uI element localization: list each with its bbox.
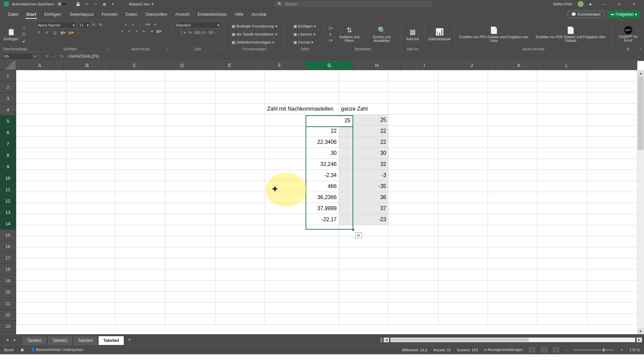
- number-format-dropdown[interactable]: Standard▾: [174, 22, 221, 28]
- cell[interactable]: -23: [339, 214, 388, 225]
- cell[interactable]: [16, 258, 66, 269]
- cell[interactable]: 36,2366: [265, 192, 339, 203]
- cell[interactable]: [165, 303, 215, 314]
- cell[interactable]: [66, 115, 116, 126]
- cell[interactable]: -2,34: [265, 170, 339, 181]
- cell[interactable]: [215, 137, 265, 148]
- cell[interactable]: [116, 203, 165, 214]
- align-center-icon[interactable]: ≡: [127, 28, 132, 34]
- row-header[interactable]: 14: [0, 218, 16, 230]
- cell[interactable]: [215, 258, 265, 269]
- column-header[interactable]: D: [158, 61, 206, 70]
- ribbon-tab-datei[interactable]: Datei: [4, 9, 22, 19]
- row-header[interactable]: 18: [0, 264, 16, 275]
- cell[interactable]: [16, 203, 66, 214]
- cell[interactable]: [488, 181, 537, 192]
- row-header[interactable]: 13: [0, 207, 16, 218]
- scroll-thumb[interactable]: [638, 76, 644, 150]
- cell[interactable]: [215, 303, 265, 314]
- cell[interactable]: 22: [339, 126, 388, 137]
- decrease-decimal-icon[interactable]: .00→: [210, 30, 215, 35]
- cell[interactable]: [16, 159, 66, 170]
- cell[interactable]: 22: [265, 126, 339, 137]
- cell[interactable]: [339, 247, 388, 258]
- cell[interactable]: [537, 181, 587, 192]
- cell[interactable]: [215, 281, 265, 292]
- cell[interactable]: [438, 314, 488, 325]
- minimize-button[interactable]: —: [597, 0, 612, 8]
- cell[interactable]: [116, 214, 165, 225]
- zoom-level[interactable]: 175 %: [630, 348, 640, 352]
- cell[interactable]: [388, 181, 438, 192]
- close-button[interactable]: ✕: [627, 0, 641, 8]
- align-right-icon[interactable]: ≡: [134, 28, 140, 34]
- cell[interactable]: [587, 292, 637, 303]
- cell[interactable]: [537, 203, 587, 214]
- ribbon-tab-acrobat[interactable]: Acrobat: [248, 9, 271, 19]
- cell[interactable]: [388, 214, 438, 225]
- cell[interactable]: [165, 137, 215, 148]
- cell[interactable]: [215, 236, 265, 247]
- share-button[interactable]: ➦ Freigeben ▾: [607, 11, 641, 18]
- cell[interactable]: 32,246: [265, 159, 339, 170]
- cell[interactable]: [537, 104, 587, 115]
- cell[interactable]: [488, 258, 537, 269]
- cell[interactable]: 30: [339, 148, 388, 159]
- search-box[interactable]: 🔍 Suchen: [274, 1, 432, 7]
- autofill-options-icon[interactable]: ⧉: [355, 232, 362, 238]
- cell[interactable]: [339, 303, 388, 314]
- format-as-table-button[interactable]: ▦ Als Tabelle formatieren ▾: [231, 31, 278, 38]
- cell-styles-button[interactable]: ▦ Zellenformatvorlagen ▾: [231, 39, 275, 46]
- cell[interactable]: [339, 258, 388, 269]
- find-select-button[interactable]: 🔍Suchen und Auswählen: [366, 22, 398, 47]
- underline-icon[interactable]: U: [52, 30, 58, 35]
- cell[interactable]: [66, 292, 116, 303]
- row-header[interactable]: 16: [0, 241, 16, 252]
- collapse-ribbon-icon[interactable]: ⌄: [639, 46, 642, 50]
- cell[interactable]: [16, 281, 66, 292]
- cell[interactable]: [388, 225, 438, 236]
- user-name[interactable]: Stefan Petri: [553, 2, 572, 6]
- cell[interactable]: [537, 314, 587, 325]
- cell[interactable]: [66, 225, 116, 236]
- increase-decimal-icon[interactable]: .0←: [202, 30, 208, 35]
- cell[interactable]: [165, 159, 215, 170]
- cell[interactable]: [66, 258, 116, 269]
- cell[interactable]: [438, 115, 488, 126]
- cell[interactable]: [537, 192, 587, 203]
- ribbon-tab-start[interactable]: Start: [22, 9, 40, 19]
- cell[interactable]: [66, 314, 116, 325]
- row-header[interactable]: 4: [0, 104, 16, 116]
- orientation-icon[interactable]: ⟳▾: [145, 22, 151, 27]
- cell[interactable]: [116, 292, 165, 303]
- cell[interactable]: [587, 225, 637, 236]
- cell[interactable]: [165, 181, 215, 192]
- cell[interactable]: [16, 236, 66, 247]
- cell[interactable]: [537, 137, 587, 148]
- cell[interactable]: [116, 159, 165, 170]
- cell[interactable]: [438, 93, 488, 104]
- cell[interactable]: [165, 258, 215, 269]
- cell[interactable]: [587, 281, 637, 292]
- font-color-icon[interactable]: A▾: [76, 30, 82, 35]
- cell[interactable]: 22: [339, 137, 388, 148]
- select-all-button[interactable]: [0, 61, 16, 70]
- cell[interactable]: [587, 159, 637, 170]
- insert-cells-button[interactable]: ▦ Einfügen ▾: [293, 23, 317, 29]
- cell[interactable]: [488, 281, 537, 292]
- percent-icon[interactable]: %: [187, 30, 193, 35]
- cell[interactable]: [537, 258, 587, 269]
- cell[interactable]: [488, 314, 537, 325]
- cell[interactable]: [438, 126, 488, 137]
- sheet-tab[interactable]: Tabelle1: [22, 336, 47, 345]
- row-header[interactable]: 22: [0, 309, 16, 321]
- dialog-launcher-icon[interactable]: ↘: [166, 48, 169, 51]
- cell[interactable]: 30: [265, 148, 339, 159]
- cell[interactable]: [116, 269, 165, 281]
- cell[interactable]: [165, 314, 215, 325]
- cell[interactable]: -35: [339, 181, 388, 192]
- cell[interactable]: [339, 314, 388, 325]
- cell[interactable]: [16, 137, 66, 148]
- horizontal-scrollbar[interactable]: [390, 338, 635, 342]
- cell[interactable]: [537, 148, 587, 159]
